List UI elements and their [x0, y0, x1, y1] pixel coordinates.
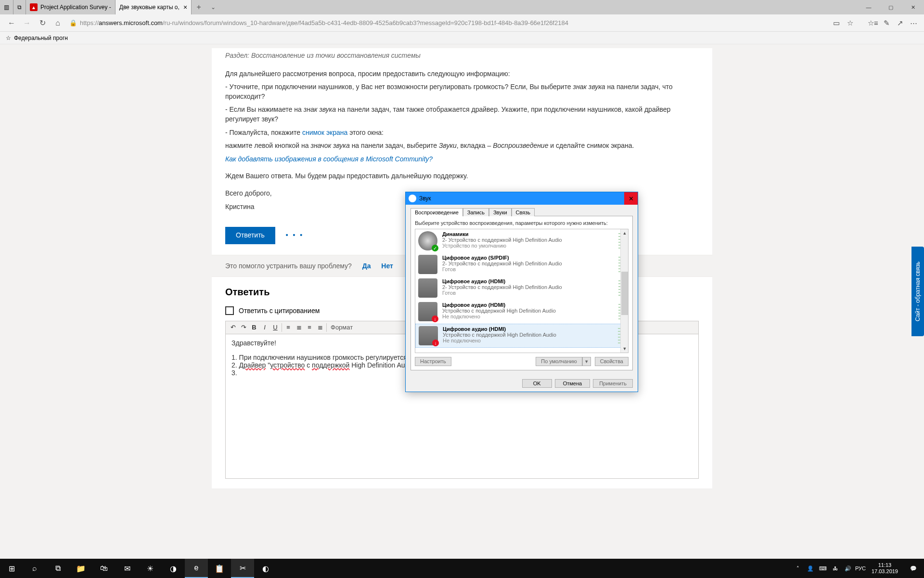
window-sidebar-btn[interactable]: ▥ — [0, 0, 13, 14]
favorite-star-icon[interactable]: ☆ — [843, 16, 857, 30]
notes-icon[interactable]: ✎ — [880, 16, 893, 30]
device-scrollbar[interactable]: ▲ ▼ — [620, 229, 628, 353]
device-row[interactable]: ↓Цифровое аудио (HDMI)Устройство с подде… — [415, 300, 628, 324]
sound-close-button[interactable]: ✕ — [624, 192, 638, 205]
device-status: Устройство по умолчанию — [442, 243, 616, 249]
screenshot-link[interactable]: снимок экрана — [302, 129, 347, 136]
help-no[interactable]: Нет — [381, 262, 393, 270]
configure-button[interactable]: Настроить — [415, 357, 451, 366]
fav-item[interactable]: Федеральный прогн — [14, 35, 68, 41]
italic-icon[interactable]: I — [259, 322, 270, 333]
howto-link[interactable]: Как добавлять изображения в сообщения в … — [225, 155, 433, 163]
format-dropdown[interactable]: Формат — [328, 324, 356, 331]
underline-icon[interactable]: U — [270, 322, 281, 333]
sound-tab-record[interactable]: Запись — [463, 208, 489, 216]
properties-button[interactable]: Свойства — [595, 357, 629, 366]
scroll-up-icon[interactable]: ▲ — [621, 229, 629, 237]
scroll-down-icon[interactable]: ▼ — [621, 345, 629, 353]
explorer-icon[interactable]: 📁 — [69, 559, 92, 578]
sound-title: Звук — [419, 195, 431, 202]
mail-icon[interactable]: ✉ — [116, 559, 139, 578]
people-icon[interactable]: 👤 — [804, 565, 817, 572]
default-button[interactable]: По умолчанию — [536, 357, 582, 366]
app3-icon[interactable]: ◐ — [254, 559, 277, 578]
sound-tab-playback[interactable]: Воспроизведение — [411, 208, 463, 216]
snip-icon[interactable]: ✂ — [231, 559, 254, 578]
settings-icon[interactable]: ☀ — [139, 559, 162, 578]
forward-button[interactable]: → — [19, 15, 35, 31]
tab-2[interactable]: Две звуковые карты о, × — [116, 0, 192, 14]
new-tab-button[interactable]: + — [192, 3, 206, 12]
tab-strip: ▥ ⧉ ▲ Project Application Survey - Две з… — [0, 0, 220, 14]
align-center-icon[interactable]: ≣ — [294, 322, 304, 333]
post-li2: - Если Вы нажимаете на знак звука на пан… — [225, 105, 699, 124]
device-info: Цифровое аудио (S/PDIF)2- Устройство с п… — [442, 255, 616, 274]
site-feedback-tab[interactable]: Сайт - обратная связь — [911, 247, 924, 336]
window-swap-btn[interactable]: ⧉ — [13, 0, 26, 14]
window-close[interactable]: ✕ — [902, 0, 924, 14]
tab-1[interactable]: ▲ Project Application Survey - — [26, 0, 116, 14]
sound-panel: Выберите устройство воспроизведения, пар… — [411, 216, 633, 370]
device-list[interactable]: ✓Динамики2- Устройство с поддержкой High… — [415, 229, 629, 353]
cancel-button[interactable]: Отмена — [555, 379, 590, 388]
taskbar: ⊞ ⌕ ⧉ 📁 🛍 ✉ ☀ ◑ e 📋 ✂ ◐ ˄ 👤 ⌨ 🖧 🔊 РУС 11… — [0, 559, 924, 578]
sound-hint: Выберите устройство воспроизведения, пар… — [415, 220, 629, 226]
lock-icon: 🔒 — [69, 19, 77, 26]
checkbox-icon[interactable] — [225, 306, 234, 315]
error-badge-icon: ↓ — [432, 315, 438, 322]
language-icon[interactable]: РУС — [854, 565, 867, 571]
tray-overflow-icon[interactable]: ˄ — [792, 565, 804, 572]
sound-dialog-titlebar[interactable]: Звук ✕ — [406, 192, 638, 205]
more-icon[interactable]: ⋯ — [907, 16, 920, 30]
device-row[interactable]: Цифровое аудио (HDMI)2- Устройство с под… — [415, 276, 628, 300]
network-icon[interactable]: 🖧 — [829, 565, 842, 571]
edge-icon[interactable]: e — [185, 559, 208, 578]
bold-icon[interactable]: B — [249, 322, 259, 333]
search-icon[interactable]: ⌕ — [23, 559, 46, 578]
taskbar-clock[interactable]: 11:13 17.03.2019 — [867, 562, 903, 575]
apply-button[interactable]: Применить — [593, 379, 633, 388]
avira-icon: ▲ — [30, 3, 38, 11]
device-status: Не подключено — [443, 338, 615, 343]
default-dropdown-icon[interactable]: ▾ — [582, 357, 591, 366]
reading-view-icon[interactable]: ▭ — [830, 16, 843, 30]
tab-close-icon[interactable]: × — [183, 3, 187, 11]
store-icon[interactable]: 🛍 — [92, 559, 116, 578]
app1-icon[interactable]: ◑ — [162, 559, 185, 578]
error-badge-icon: ↓ — [432, 340, 439, 346]
home-button[interactable]: ⌂ — [50, 15, 65, 31]
back-button[interactable]: ← — [4, 15, 19, 31]
more-actions-button[interactable]: • • • — [286, 231, 304, 240]
url-host: answers.microsoft.com — [99, 19, 163, 26]
taskview-icon[interactable]: ⧉ — [46, 559, 69, 578]
share-icon[interactable]: ↗ — [893, 16, 907, 30]
help-yes[interactable]: Да — [362, 262, 371, 270]
device-row[interactable]: ↓Цифровое аудио (HDMI)Устройство с подде… — [415, 324, 628, 348]
align-right-icon[interactable]: ≡ — [304, 322, 315, 333]
app2-icon[interactable]: 📋 — [208, 559, 231, 578]
volume-icon[interactable]: 🔊 — [842, 565, 854, 572]
device-row[interactable]: Цифровое аудио (S/PDIF)2- Устройство с п… — [415, 253, 628, 276]
device-name: Динамики — [442, 231, 616, 237]
tabs-overflow-button[interactable]: ⌄ — [206, 4, 220, 11]
address-bar[interactable]: 🔒 https:// answers.microsoft.com /ru-ru/… — [65, 16, 830, 30]
sound-tab-sounds[interactable]: Звуки — [489, 208, 512, 216]
favorites-hub-icon[interactable]: ☆≡ — [866, 16, 880, 30]
window-minimize[interactable]: — — [858, 0, 880, 14]
refresh-button[interactable]: ↻ — [35, 15, 50, 31]
window-maximize[interactable]: ▢ — [880, 0, 902, 14]
align-justify-icon[interactable]: ≣ — [315, 322, 325, 333]
device-info: Цифровое аудио (HDMI)Устройство с поддер… — [442, 302, 616, 321]
device-row[interactable]: ✓Динамики2- Устройство с поддержкой High… — [415, 229, 628, 253]
device-status: Готов — [442, 266, 616, 272]
keyboard-icon[interactable]: ⌨ — [817, 565, 829, 572]
undo-icon[interactable]: ↶ — [228, 322, 238, 333]
start-button[interactable]: ⊞ — [0, 559, 23, 578]
scroll-thumb[interactable] — [621, 272, 628, 315]
align-left-icon[interactable]: ≡ — [283, 322, 294, 333]
action-center-icon[interactable]: 💬 — [903, 565, 924, 572]
redo-icon[interactable]: ↷ — [238, 322, 249, 333]
reply-button[interactable]: Ответить — [225, 227, 275, 244]
sound-tab-comm[interactable]: Связь — [512, 208, 535, 216]
ok-button[interactable]: OK — [522, 379, 552, 388]
